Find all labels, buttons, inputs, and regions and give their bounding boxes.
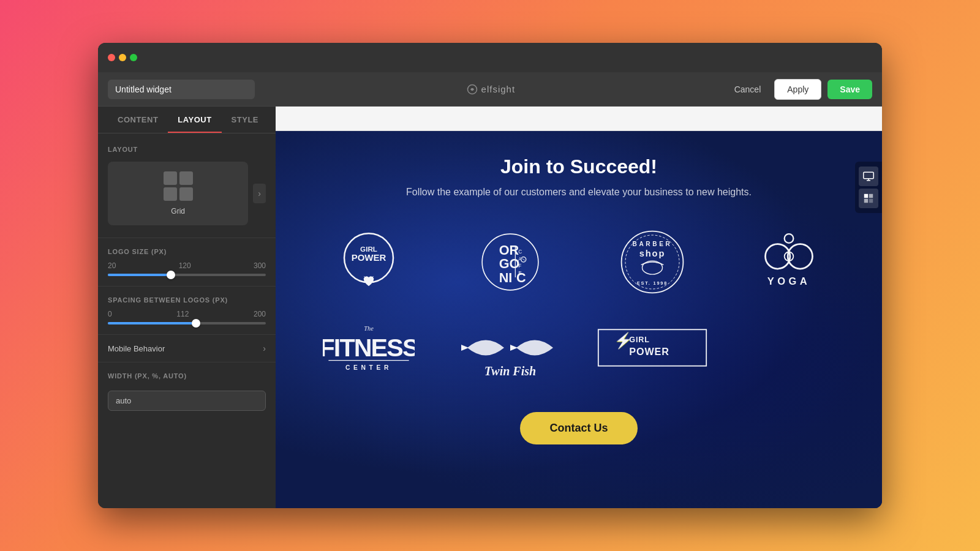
mobile-behavior-row[interactable]: Mobile Behavior › xyxy=(98,335,276,362)
brand-name: elfsight xyxy=(481,84,516,94)
logo-size-fill xyxy=(108,274,171,276)
twin-fish-svg: Twin Fish xyxy=(449,317,571,378)
svg-point-23 xyxy=(788,244,812,269)
minimize-button[interactable] xyxy=(119,54,126,61)
tab-content[interactable]: CONTENT xyxy=(108,107,168,133)
tab-layout[interactable]: LAYOUT xyxy=(168,107,221,133)
logo-size-track xyxy=(108,274,266,276)
svg-text:YOGA: YOGA xyxy=(767,276,811,287)
logo-size-range-labels: 20 120 300 xyxy=(108,261,266,270)
logo-size-label: LOGO SIZE (PX) xyxy=(108,248,266,255)
layout-preview-area: Grid › xyxy=(108,162,266,225)
girl-power-svg: GIRL POWER xyxy=(338,231,399,293)
layout-section: LAYOUT Grid › xyxy=(98,133,276,238)
girl-power-2-svg: ⚡ GIRL POWER xyxy=(597,326,707,369)
layout-section-label: LAYOUT xyxy=(108,146,266,153)
svg-text:GO: GO xyxy=(499,256,520,271)
titlebar xyxy=(98,43,882,72)
preview-panel: Join to Succeed! Follow the example of o… xyxy=(276,107,882,508)
logo-barber: BARBER shop EST. 1998 xyxy=(619,228,686,296)
logo-size-max: 300 xyxy=(254,261,266,270)
cancel-button[interactable]: Cancel xyxy=(727,80,769,99)
spacing-section: SPACING BETWEEN LOGOS (PX) 0 112 200 xyxy=(98,287,276,335)
logo-fitness: The FITNESS CENTER xyxy=(323,314,415,381)
apply-button[interactable]: Apply xyxy=(774,79,821,100)
spacing-label: SPACING BETWEEN LOGOS (PX) xyxy=(108,296,266,304)
preview-inner: Join to Succeed! Follow the example of o… xyxy=(276,131,882,463)
logo-girl-power: GIRL POWER xyxy=(338,228,399,296)
svg-text:shop: shop xyxy=(639,249,665,258)
svg-text:C: C xyxy=(519,249,522,255)
svg-text:BARBER: BARBER xyxy=(632,241,672,247)
svg-text:NI: NI xyxy=(499,270,513,285)
svg-point-25 xyxy=(785,234,794,243)
yoga-svg: YOGA xyxy=(752,228,826,296)
app-window: elfsight Cancel Apply Save CONTENT LAYOU… xyxy=(98,43,882,508)
spacing-min: 0 xyxy=(108,310,112,318)
grid-cell xyxy=(164,187,177,201)
logo-twin-fish: Twin Fish xyxy=(449,314,571,381)
logo-size-thumb[interactable] xyxy=(167,271,175,279)
svg-text:POWER: POWER xyxy=(629,346,669,357)
spacing-track xyxy=(108,322,266,324)
svg-point-20 xyxy=(642,261,662,274)
logo-organic: OR GO C A F E NI C xyxy=(480,228,541,296)
spacing-fill xyxy=(108,322,196,324)
organic-svg: OR GO C A F E NI C xyxy=(480,231,541,293)
main-content: CONTENT LAYOUT STYLE LAYOUT xyxy=(98,107,882,508)
elfsight-logo-icon xyxy=(467,84,478,95)
mobile-behavior-label: Mobile Behavior xyxy=(108,344,165,353)
close-button[interactable] xyxy=(108,54,115,61)
save-button[interactable]: Save xyxy=(827,80,872,99)
grid-cell xyxy=(179,171,193,185)
svg-text:The: The xyxy=(364,325,374,332)
logo-size-section: LOGO SIZE (PX) 20 120 300 xyxy=(98,238,276,287)
svg-point-22 xyxy=(766,244,790,269)
tab-bar: CONTENT LAYOUT STYLE xyxy=(98,107,276,133)
logo-size-value: 120 xyxy=(179,261,191,270)
layout-grid-card[interactable]: Grid xyxy=(108,162,248,225)
svg-text:OR: OR xyxy=(499,242,519,258)
svg-text:C: C xyxy=(516,270,526,285)
logo-yoga: YOGA xyxy=(752,228,826,296)
width-label: WIDTH (PX, %, AUTO) xyxy=(108,372,266,380)
logo-size-min: 20 xyxy=(108,261,116,270)
width-section: WIDTH (PX, %, AUTO) xyxy=(98,362,276,421)
svg-line-13 xyxy=(522,258,525,260)
traffic-lights xyxy=(108,54,137,61)
cta-button[interactable]: Contact Us xyxy=(520,412,637,444)
logos-grid: GIRL POWER OR xyxy=(312,228,845,381)
preview-subtitle: Follow the example of our customers and … xyxy=(406,187,752,198)
preview-title: Join to Succeed! xyxy=(500,156,657,178)
spacing-range-labels: 0 112 200 xyxy=(108,310,266,318)
width-input[interactable] xyxy=(108,391,266,411)
layout-next-button[interactable]: › xyxy=(253,184,266,203)
svg-text:POWER: POWER xyxy=(351,252,386,263)
svg-text:Twin Fish: Twin Fish xyxy=(484,364,536,378)
svg-text:F: F xyxy=(519,263,522,269)
svg-text:GIRL: GIRL xyxy=(629,335,650,344)
preview-top-bar xyxy=(276,107,882,131)
svg-text:GIRL: GIRL xyxy=(360,245,377,253)
header: elfsight Cancel Apply Save xyxy=(98,72,882,107)
svg-text:EST. 1998: EST. 1998 xyxy=(637,280,668,286)
grid-cell xyxy=(164,171,177,185)
header-actions: Cancel Apply Save xyxy=(727,79,872,100)
spacing-max: 200 xyxy=(254,310,266,318)
grid-icon xyxy=(164,171,193,201)
svg-text:FITNESS: FITNESS xyxy=(323,334,415,362)
spacing-thumb[interactable] xyxy=(192,319,200,328)
tab-style[interactable]: STYLE xyxy=(222,107,268,133)
preview-content: Join to Succeed! Follow the example of o… xyxy=(276,131,882,508)
logo-girl-power-2: ⚡ GIRL POWER xyxy=(597,314,707,381)
svg-text:CENTER: CENTER xyxy=(345,364,392,371)
layout-grid-label: Grid xyxy=(171,207,185,216)
fullscreen-button[interactable] xyxy=(130,54,137,61)
grid-cell xyxy=(179,187,193,201)
barber-svg: BARBER shop EST. 1998 xyxy=(619,228,686,296)
mobile-behavior-chevron-icon: › xyxy=(263,343,266,353)
sidebar: CONTENT LAYOUT STYLE LAYOUT xyxy=(98,107,276,508)
widget-name-input[interactable] xyxy=(108,80,255,99)
spacing-value: 112 xyxy=(176,310,189,318)
brand-logo: elfsight xyxy=(262,84,720,95)
